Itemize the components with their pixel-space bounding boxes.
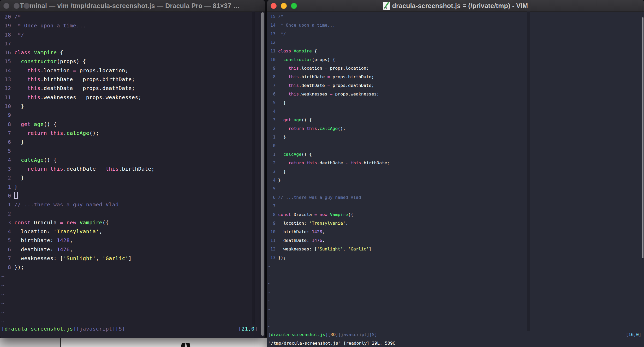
empty-line-tilde[interactable]: ~	[1, 272, 265, 281]
code-line[interactable]: 6 deathDate: 1476,	[1, 245, 265, 254]
code-line[interactable]: 14 this.location = props.location;	[1, 66, 265, 75]
code-line[interactable]: 8const Dracula = new Vampire({	[268, 210, 644, 219]
code-line[interactable]: 1 calcAge() {	[268, 150, 644, 159]
code-line[interactable]: 11 deathDate: 1476,	[268, 236, 644, 245]
code-line[interactable]: 2	[1, 209, 265, 218]
code-line[interactable]: 14 * Once upon a time...	[268, 21, 644, 29]
empty-line-tilde[interactable]: ~	[1, 281, 265, 290]
code-line[interactable]: 11 this.weaknesses = props.weaknesses;	[1, 93, 265, 102]
token-pink: -	[345, 160, 348, 165]
minimize-button-inactive[interactable]	[14, 3, 20, 9]
token-fg: .birthDate;	[119, 166, 154, 172]
empty-line-tilde[interactable]: ~	[268, 296, 644, 305]
line-number: 9	[1, 111, 11, 119]
empty-line-tilde[interactable]: ~	[1, 299, 265, 308]
code-line[interactable]: 0	[1, 191, 265, 200]
code-line[interactable]: 4}	[268, 176, 644, 184]
code-line[interactable]: 10 constructor(props) {	[268, 55, 644, 64]
token-comment: ]	[374, 332, 377, 337]
code-line[interactable]: 4 location: 'Transylvania',	[1, 227, 265, 236]
empty-line-tilde[interactable]: ~	[268, 262, 644, 271]
empty-line-tilde[interactable]: ~	[1, 308, 265, 316]
code-line[interactable]: 4	[268, 107, 644, 116]
token-pink: =	[60, 219, 63, 226]
code-line[interactable]: 19 * Once upon a time...	[1, 21, 265, 30]
code-line[interactable]: 7 return this.calcAge();	[1, 129, 265, 137]
code-line[interactable]: 7 weaknesses: ['Sunlight', 'Garlic']	[1, 254, 265, 263]
empty-line-tilde[interactable]: ~	[268, 271, 644, 279]
tilde-marker: ~	[1, 291, 5, 297]
code-line[interactable]: 15/*	[268, 12, 644, 21]
code-line[interactable]: 8 this.birthDate = props.birthDate;	[268, 73, 644, 81]
token-fg	[278, 83, 289, 88]
line-number: 13	[268, 29, 276, 38]
token-comment: ][	[367, 332, 372, 337]
code-line[interactable]: 6 }	[1, 137, 265, 146]
code-line[interactable]: 10 }	[1, 102, 265, 111]
code-line[interactable]: 4 calcAge() {	[1, 155, 265, 164]
document-icon[interactable]: JS	[383, 2, 390, 10]
empty-line-tilde[interactable]: ~	[268, 314, 644, 322]
code-line[interactable]: 17	[1, 39, 265, 48]
terminal-titlebar[interactable]: Terminal — vim /tmp/dracula-screenshot.j…	[0, 0, 265, 12]
code-line[interactable]: 1// ...there was a guy named Vlad	[1, 200, 265, 209]
code-line[interactable]: 13 this.birthDate = props.birthDate;	[1, 75, 265, 84]
vim-buffer-left[interactable]: 20/*19 * Once upon a time...18 */1716cla…	[0, 11, 265, 338]
code-line[interactable]: 20/*	[1, 12, 265, 21]
code-line[interactable]: 9	[1, 111, 265, 119]
token-fg: .birthDate;	[361, 160, 390, 165]
code-line[interactable]: 1 }	[268, 133, 644, 141]
tilde-marker: ~	[1, 300, 5, 306]
macvim-scrollbar[interactable]	[642, 17, 643, 258]
zoom-button[interactable]	[291, 3, 297, 9]
code-line[interactable]: 2 return this.calcAge();	[268, 124, 644, 133]
code-line[interactable]: 7 this.deathDate = props.deathDate;	[268, 81, 644, 90]
code-line[interactable]: 12 weaknesses: ['Sunlight', 'Garlic']	[268, 245, 644, 253]
code-line[interactable]: 12 this.deathDate = props.deathDate;	[1, 84, 265, 93]
code-line[interactable]: 11class Vampire {	[268, 47, 644, 55]
code-line[interactable]: 5	[268, 184, 644, 193]
token-fg	[304, 126, 307, 131]
code-line[interactable]: 8});	[1, 263, 265, 272]
close-button[interactable]	[271, 3, 277, 9]
code-line[interactable]: 12	[268, 38, 644, 47]
macvim-titlebar[interactable]: JS dracula-screenshot.js = (/private/tmp…	[267, 0, 644, 12]
code-line[interactable]: 5 }	[268, 98, 644, 107]
code-line[interactable]: 13 */	[268, 29, 644, 38]
code-line[interactable]: 1}	[1, 182, 265, 191]
empty-line-tilde[interactable]: ~	[268, 288, 644, 296]
code-line[interactable]: 5 birthDate: 1428,	[1, 236, 265, 245]
empty-line-tilde[interactable]: ~	[268, 322, 644, 331]
code-line[interactable]: 7	[268, 202, 644, 210]
code-line[interactable]: 3 }	[268, 167, 644, 176]
code-line[interactable]: 15 constructor(props) {	[1, 57, 265, 66]
code-line[interactable]: 16class Vampire {	[1, 48, 265, 57]
code-line[interactable]: 8 get age() {	[1, 120, 265, 129]
code-line[interactable]: 18 */	[1, 30, 265, 39]
zoom-button-inactive[interactable]	[24, 3, 30, 9]
token-fg: weaknesses: [	[14, 255, 63, 261]
code-line[interactable]: 10 birthDate: 1428,	[268, 228, 644, 236]
code-line[interactable]: 3 get age() {	[268, 116, 644, 124]
code-line[interactable]: 6// ...there was a guy named Vlad	[268, 193, 644, 202]
token-yellow: 'Sunlight'	[63, 255, 96, 261]
empty-line-tilde[interactable]: ~	[1, 290, 265, 298]
close-button-inactive[interactable]	[3, 3, 9, 9]
code-line[interactable]: 5	[1, 146, 265, 155]
empty-line-tilde[interactable]: ~	[268, 279, 644, 288]
code-line[interactable]: 6 this.weaknesses = props.weaknesses;	[268, 90, 644, 98]
code-line[interactable]: 2 }	[1, 173, 265, 182]
code-line[interactable]: 9 location: 'Transylvania',	[268, 219, 644, 228]
code-line[interactable]: 3const Dracula = new Vampire({	[1, 218, 265, 227]
vim-buffer-right[interactable]: 15/*14 * Once upon a time...13 */1211cla…	[267, 11, 644, 347]
code-line[interactable]: 0	[268, 141, 644, 150]
token-pink: this	[289, 74, 299, 79]
terminal-scrollbar[interactable]	[261, 12, 264, 336]
code-line[interactable]: 13});	[268, 253, 644, 262]
empty-line-tilde[interactable]: ~	[268, 305, 644, 314]
minimize-button[interactable]	[281, 3, 287, 9]
code-line[interactable]: 9 this.location = props.location;	[268, 64, 644, 73]
code-line[interactable]: 3 return this.deathDate - this.birthDate…	[1, 164, 265, 173]
code-line[interactable]: 2 return this.deathDate - this.birthDate…	[268, 159, 644, 167]
token-fg: .birthDate	[40, 76, 76, 82]
